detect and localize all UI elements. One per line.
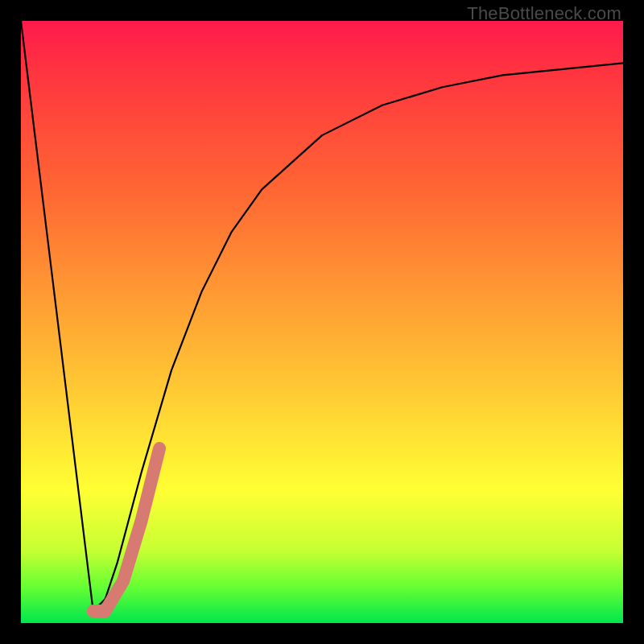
chart-frame: TheBottleneck.com [0,0,644,644]
curve-layer [21,21,623,611]
watermark-text: TheBottleneck.com [467,3,621,24]
bottleneck-curve-path [21,21,623,611]
chart-svg [21,21,623,623]
plot-area [21,21,623,623]
